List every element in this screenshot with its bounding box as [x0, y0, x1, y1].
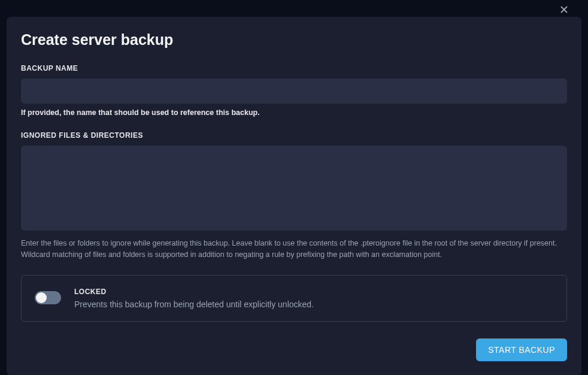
modal-title: Create server backup	[21, 31, 567, 49]
ignored-files-field: IGNORED FILES & DIRECTORIES Enter the fi…	[21, 131, 567, 261]
backup-name-input[interactable]	[21, 78, 567, 104]
start-backup-button[interactable]: START BACKUP	[476, 338, 567, 361]
backup-name-label: BACKUP NAME	[21, 64, 567, 72]
locked-option-box: LOCKED Prevents this backup from being d…	[21, 275, 567, 322]
toggle-knob	[36, 292, 47, 303]
locked-content: LOCKED Prevents this backup from being d…	[74, 288, 553, 309]
locked-description: Prevents this backup from being deleted …	[74, 300, 553, 309]
ignored-files-label: IGNORED FILES & DIRECTORIES	[21, 131, 567, 140]
ignored-files-help: Enter the files or folders to ignore whi…	[21, 238, 567, 261]
backup-name-help: If provided, the name that should be use…	[21, 108, 567, 117]
locked-toggle[interactable]	[35, 291, 61, 304]
ignored-files-input[interactable]	[21, 146, 567, 231]
locked-title: LOCKED	[74, 288, 553, 296]
create-backup-modal: Create server backup BACKUP NAME If prov…	[7, 17, 581, 375]
backup-name-field: BACKUP NAME If provided, the name that s…	[21, 64, 567, 117]
close-icon[interactable]	[557, 2, 571, 17]
modal-footer: START BACKUP	[21, 338, 567, 361]
